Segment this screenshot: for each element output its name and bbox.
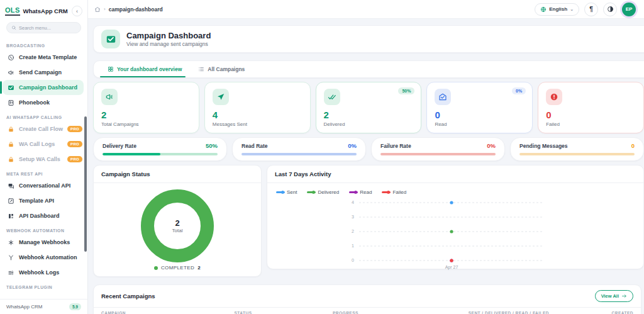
sidebar-item-label: WA Call Logs <box>19 141 55 147</box>
sidebar-item-wa-call-logs[interactable]: WA Call LogsPRO <box>0 137 87 152</box>
view-all-button[interactable]: View All <box>595 290 633 302</box>
column-header-status: STATUS <box>235 311 333 314</box>
text-direction-button[interactable]: ¶ <box>584 3 598 16</box>
app-name: WhatsApp CRM <box>23 8 68 14</box>
stat-value: 0 <box>546 110 636 120</box>
activity-legend: SentDeliveredReadFailed <box>267 183 643 195</box>
megaphone-icon <box>105 93 114 101</box>
lock-icon <box>8 156 14 163</box>
logs-icon <box>8 269 14 276</box>
breadcrumb-separator: › <box>104 6 106 12</box>
envelope-check-icon <box>106 34 116 45</box>
sidebar-item-label: Setup WA Calls <box>19 156 60 162</box>
sidebar-item-webhook-logs[interactable]: Webhook Logs <box>0 265 87 280</box>
pro-badge: PRO <box>67 141 82 147</box>
legend-dot <box>281 191 284 194</box>
sidebar-item-phonebook[interactable]: Phonebook <box>0 95 87 110</box>
page-title: Campaign Dashboard <box>126 31 211 41</box>
progress-fill <box>103 153 160 155</box>
svg-text:1: 1 <box>352 244 354 248</box>
activity-legend-read[interactable]: Read <box>349 189 372 195</box>
stats-row: 2Total Campaigns4Messages Sent50%2Delive… <box>93 82 644 133</box>
progress-card-delivery-rate: Delivery Rate50% <box>93 137 227 161</box>
donut-total-value: 2 <box>175 218 179 228</box>
progress-card-failure-rate: Failure Rate0% <box>371 137 505 161</box>
legend-dot <box>154 266 158 270</box>
campaign-status-donut: 2 Total <box>141 189 214 262</box>
search-input[interactable]: Search menu... <box>6 22 81 33</box>
legend-dot <box>354 191 357 194</box>
stat-card-delivered: 50%2Delivered <box>316 82 422 133</box>
whatsapp-icon <box>8 54 14 61</box>
topbar: › campaign-dashboard English ⌄ ¶ EP <box>88 0 644 19</box>
tab-label: All Campaigns <box>208 66 245 72</box>
envelope-check-icon <box>8 84 14 91</box>
stat-card-total-campaigns: 2Total Campaigns <box>93 82 199 133</box>
activity-legend-sent[interactable]: Sent <box>276 189 297 195</box>
sidebar-item-api-dashboard[interactable]: API Dashboard <box>0 208 87 223</box>
footer-app-name: WhatsApp CRM <box>6 304 42 310</box>
stat-value: 2 <box>324 110 414 120</box>
arrow-right-icon <box>621 293 627 299</box>
sidebar-item-label: Create Meta Template <box>19 54 77 60</box>
sidebar-item-manage-webhooks[interactable]: Manage Webhooks <box>0 235 87 250</box>
section-label-broadcasting: BROADCASTING <box>0 38 87 50</box>
sidebar-item-template-api[interactable]: Template API <box>0 193 87 208</box>
legend-label: Failed <box>392 189 406 195</box>
contrast-icon <box>607 6 614 13</box>
progress-track <box>380 153 496 155</box>
sidebar-item-create-call-flow[interactable]: Create Call FlowPRO <box>0 121 87 137</box>
progress-label: Pending Messages <box>519 143 568 149</box>
sidebar-item-label: API Dashboard <box>19 213 60 219</box>
stat-percent-badge: 0% <box>512 87 526 94</box>
stat-value: 2 <box>101 110 191 120</box>
theme-toggle-button[interactable] <box>603 3 617 16</box>
stat-value: 0 <box>435 110 525 120</box>
campaign-header-tile <box>101 30 120 48</box>
sidebar-item-label: Conversational API <box>19 182 70 189</box>
sidebar-item-campaign-dashboard[interactable]: Campaign Dashboard <box>3 80 84 95</box>
sidebar-item-create-meta-template[interactable]: Create Meta Template <box>0 50 87 65</box>
legend-label: Sent <box>287 189 297 195</box>
home-icon[interactable] <box>94 6 101 13</box>
app-root: OLS WhatsApp CRM ‹ Search menu... BROADC… <box>0 0 644 314</box>
user-avatar[interactable]: EP <box>622 3 636 16</box>
sidebar-header: OLS WhatsApp CRM ‹ <box>0 0 87 20</box>
sidebar-item-send-campaign[interactable]: Send Campaign <box>0 65 87 80</box>
recent-campaigns-title: Recent Campaigns <box>101 293 155 300</box>
stat-label: Read <box>435 121 525 127</box>
section-label-meta-rest-api: META REST API <box>0 167 87 178</box>
stat-icon-tile <box>546 89 562 105</box>
alert-icon <box>550 93 558 101</box>
progress-label: Delivery Rate <box>103 143 136 149</box>
donut-legend: COMPLETED2 <box>94 265 261 271</box>
stat-card-messages-sent: 4Messages Sent <box>204 82 311 133</box>
activity-legend-failed[interactable]: Failed <box>382 189 406 195</box>
tab-all-campaigns[interactable]: All Campaigns <box>198 61 245 77</box>
tab-your-dashboard-overview[interactable]: Your dashboard overview <box>108 61 182 77</box>
sidebar-scrollbar[interactable] <box>84 116 87 252</box>
translate-icon <box>540 6 547 13</box>
campaign-status-card: Campaign Status 2 Total COMPLETED2 <box>93 165 262 277</box>
activity-legend-delivered[interactable]: Delivered <box>307 189 339 195</box>
recent-campaigns-card: Recent Campaigns View All CAMPAIGNSTATUS… <box>93 284 641 314</box>
sidebar-item-label: Phonebook <box>19 99 50 106</box>
progress-value: 50% <box>206 142 218 149</box>
sidebar-collapse-button[interactable]: ‹ <box>72 6 82 16</box>
progress-header: Delivery Rate50% <box>103 142 218 149</box>
sidebar-nav: BROADCASTINGCreate Meta TemplateSend Cam… <box>0 37 87 299</box>
stat-label: Failed <box>546 121 636 127</box>
sidebar-item-conversational-api[interactable]: Conversational API <box>0 178 87 193</box>
sidebar-item-setup-wa-calls[interactable]: Setup WA CallsPRO <box>0 152 87 167</box>
megaphone-icon <box>8 69 14 76</box>
sidebar-item-webhook-automation[interactable]: Webhook Automation <box>0 250 87 265</box>
legend-label: COMPLETED <box>161 265 194 271</box>
stat-card-failed: 0Failed <box>538 82 644 133</box>
progress-label: Read Rate <box>242 143 268 149</box>
language-selector[interactable]: English ⌄ <box>535 3 579 16</box>
activity-card: Last 7 Days Activity SentDeliveredReadFa… <box>267 165 644 269</box>
stat-label: Delivered <box>324 121 414 127</box>
progress-track <box>242 153 357 155</box>
section-label-ai-whatsapp-calling: AI WHATSAPP CALLING <box>0 110 87 121</box>
legend-label: Delivered <box>318 189 339 195</box>
